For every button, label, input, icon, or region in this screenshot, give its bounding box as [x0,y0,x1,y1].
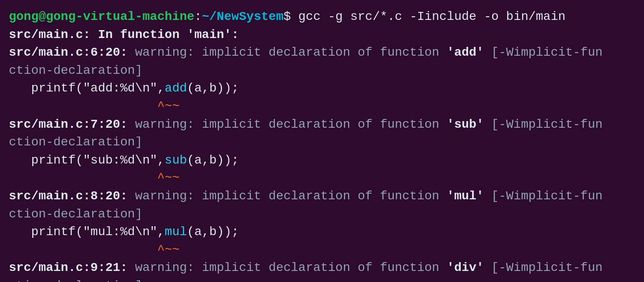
warn4-cont-line: ction-declaration] [9,277,635,282]
warn3-text: implicit declaration of function [202,189,447,203]
warn2-func: 'sub' [447,118,484,131]
prompt-colon: : [194,10,202,23]
warn2-text: implicit declaration of function [202,118,447,131]
code2-before: printf("sub:%d\n", [9,153,165,167]
warn2-line: src/main.c:7:20: warning: implicit decla… [9,116,635,134]
warn2-cont: ction-declaration] [9,135,142,149]
warn4-text: implicit declaration of function [202,261,447,274]
warn1-cont-line: ction-declaration] [9,62,635,80]
warn4-func: 'div' [447,261,484,274]
warn1-flag: [-Wimplicit-fun [484,46,602,59]
code2-line: printf("sub:%d\n",sub(a,b)); [9,152,635,170]
warn2-cont-line: ction-declaration] [9,133,635,152]
warn1-func: 'add' [447,46,484,59]
warn4-loc: src/main.c:9:21: [9,261,135,274]
tilde3-line: ^~~ [9,241,635,259]
warn1-label: warning: [135,46,202,59]
warn3-func: 'mul' [447,189,484,203]
warn2-flag: [-Wimplicit-fun [484,118,602,131]
tilde2: ^~~ [9,171,179,185]
code3-line: printf("mul:%d\n",mul(a,b)); [9,223,635,241]
warn3-loc: src/main.c:8:20: [9,189,135,203]
prompt-dollar: $ [284,10,291,23]
warn4-cont: ction-declaration] [9,279,142,282]
warn2-loc: src/main.c:7:20: [9,118,135,131]
prompt-path: ~/NewSystem [202,10,284,23]
code3-call: mul [165,225,187,239]
prompt-line: gong@gong-virtual-machine:~/NewSystem$ g… [9,8,635,26]
code1-call: add [165,81,187,95]
code1-after: (a,b)); [187,81,239,95]
code1-before: printf("add:%d\n", [9,81,165,95]
code2-call: sub [165,153,187,167]
tilde3: ^~~ [9,243,179,257]
main-func-name: 'main': [187,28,239,42]
code3-before: printf("mul:%d\n", [9,225,165,239]
prompt-user: gong@gong-virtual-machine [9,10,194,23]
code1-line: printf("add:%d\n",add(a,b)); [9,80,635,98]
warn3-cont-line: ction-declaration] [9,206,635,224]
code3-after: (a,b)); [187,225,239,239]
tilde1-line: ^~~ [9,98,635,116]
warn1-text: implicit declaration of function [202,46,447,59]
warn4-flag: [-Wimplicit-fun [484,261,602,274]
warn3-line: src/main.c:8:20: warning: implicit decla… [9,187,635,206]
warn1-cont: ction-declaration] [9,64,142,77]
tilde1: ^~~ [9,99,179,113]
tilde2-line: ^~~ [9,169,635,187]
warn1-line: src/main.c:6:20: warning: implicit decla… [9,44,635,62]
warn1-loc: src/main.c:6:20: [9,46,135,59]
warn4-line: src/main.c:9:21: warning: implicit decla… [9,259,635,277]
warn2-label: warning: [135,118,202,131]
prompt-command: gcc -g src/*.c -Iinclude -o bin/main [291,10,566,23]
warn3-label: warning: [135,189,202,203]
warn3-flag: [-Wimplicit-fun [484,189,602,203]
src-main-label: src/main.c: In function [9,28,187,42]
warn3-cont: ction-declaration] [9,207,142,221]
code2-after: (a,b)); [187,153,239,167]
warn4-label: warning: [135,261,202,274]
terminal: gong@gong-virtual-machine:~/NewSystem$ g… [9,8,635,274]
in-function-line: src/main.c: In function 'main': [9,26,635,44]
